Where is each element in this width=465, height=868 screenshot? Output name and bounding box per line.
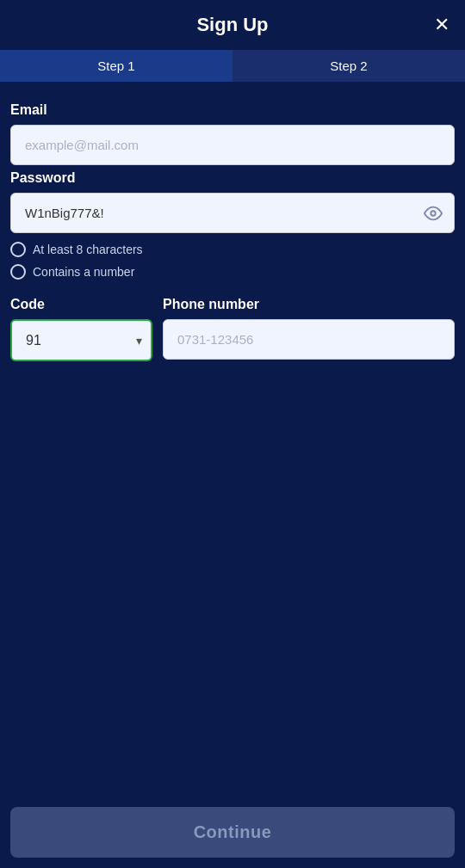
close-button[interactable]: ✕	[434, 15, 450, 34]
password-input[interactable]	[10, 193, 455, 233]
password-wrapper	[10, 193, 455, 233]
continue-button-wrapper: Continue	[0, 797, 465, 868]
code-phone-section: Code 91 1 44 49 33 81 86 7 ▾ Phone numbe…	[10, 297, 455, 365]
phone-label: Phone number	[163, 297, 455, 312]
validation-rule-number: Contains a number	[10, 264, 455, 280]
phone-group: Phone number	[163, 297, 455, 365]
code-select[interactable]: 91 1 44 49 33 81 86 7	[10, 319, 152, 361]
code-group: Code 91 1 44 49 33 81 86 7 ▾	[10, 297, 152, 365]
rule-label-number: Contains a number	[33, 265, 134, 279]
eye-icon	[424, 204, 443, 223]
email-label: Email	[10, 102, 455, 118]
toggle-password-button[interactable]	[424, 204, 443, 223]
steps-bar: Step 1 Step 2	[0, 50, 465, 82]
password-label: Password	[10, 170, 455, 186]
step-1-tab[interactable]: Step 1	[0, 50, 232, 82]
code-select-wrapper: 91 1 44 49 33 81 86 7 ▾	[10, 319, 152, 361]
continue-button[interactable]: Continue	[10, 807, 455, 858]
form-content: Email Password At least 8 characters Con…	[0, 82, 465, 868]
page-title: Sign Up	[196, 14, 268, 36]
rule-circle-number	[10, 264, 26, 280]
validation-rules: At least 8 characters Contains a number	[10, 242, 455, 280]
email-input[interactable]	[10, 125, 455, 165]
rule-label-length: At least 8 characters	[33, 243, 143, 256]
step-2-tab[interactable]: Step 2	[232, 50, 465, 82]
header: Sign Up ✕	[0, 0, 465, 50]
validation-rule-length: At least 8 characters	[10, 242, 455, 257]
code-label: Code	[10, 297, 152, 312]
rule-circle-length	[10, 242, 26, 257]
phone-input[interactable]	[163, 319, 455, 360]
svg-point-0	[431, 211, 436, 216]
